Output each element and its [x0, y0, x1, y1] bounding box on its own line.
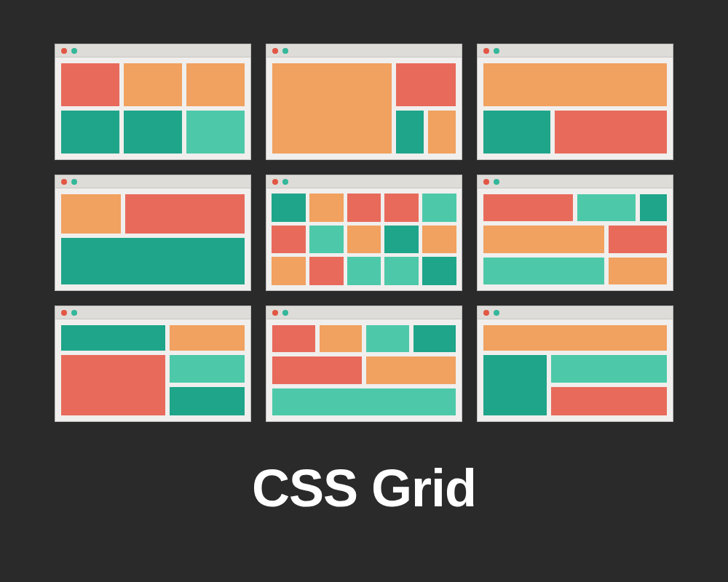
grid-block: [61, 111, 119, 154]
grid-block: [483, 325, 667, 351]
grid-block: [125, 194, 245, 234]
grid-block: [272, 194, 306, 222]
grid-block: [483, 355, 547, 415]
grid-block: [609, 258, 667, 284]
zoom-dot-icon: [494, 310, 499, 316]
close-dot-icon: [61, 310, 67, 316]
grid-content: [478, 319, 673, 421]
grid-block: [422, 194, 456, 222]
window-titlebar: [478, 175, 673, 188]
grid-content: [266, 57, 462, 159]
window-titlebar: [478, 306, 673, 319]
grid-block: [366, 356, 456, 383]
grid-block: [366, 325, 409, 352]
grid-block: [609, 226, 667, 252]
grid-block: [186, 63, 245, 106]
grid-content: [478, 188, 673, 290]
close-dot-icon: [272, 179, 278, 185]
grid-block: [272, 257, 306, 285]
grid-block: [483, 226, 604, 252]
grid-content: [55, 319, 250, 421]
close-dot-icon: [272, 310, 278, 316]
window-titlebar: [266, 44, 462, 57]
layout-example-5: [266, 175, 462, 291]
zoom-dot-icon: [71, 179, 77, 185]
grid-block: [320, 325, 363, 352]
grid-content: [266, 188, 462, 290]
grid-content: [478, 57, 673, 159]
grid-block: [640, 194, 667, 221]
grid-block: [61, 355, 165, 415]
grid-block: [61, 325, 165, 351]
zoom-dot-icon: [71, 310, 77, 316]
layout-gallery: [55, 44, 673, 422]
grid-block: [272, 63, 392, 154]
grid-block: [384, 194, 419, 222]
layout-example-2: [266, 44, 462, 160]
grid-block: [414, 325, 456, 352]
grid-block: [309, 257, 344, 285]
layout-example-8: [266, 306, 462, 422]
grid-block: [186, 111, 245, 154]
grid-block: [347, 257, 381, 285]
grid-block: [61, 194, 121, 234]
grid-block-split: [396, 111, 456, 154]
grid-block: [170, 325, 245, 351]
grid-block: [555, 111, 667, 154]
grid-block: [396, 63, 456, 106]
grid-block: [309, 226, 344, 254]
grid-block: [170, 355, 245, 383]
grid-block: [272, 226, 306, 254]
grid-block: [396, 111, 424, 154]
grid-block: [61, 238, 245, 284]
grid-block: [347, 194, 381, 222]
grid-block: [384, 257, 419, 285]
layout-example-7: [55, 306, 251, 422]
zoom-dot-icon: [71, 48, 77, 54]
layout-example-4: [55, 175, 251, 291]
grid-block: [483, 63, 667, 106]
zoom-dot-icon: [282, 310, 288, 316]
close-dot-icon: [483, 310, 489, 316]
window-titlebar: [55, 44, 250, 57]
grid-block: [577, 194, 636, 221]
grid-block: [428, 111, 456, 154]
grid-block: [551, 387, 667, 415]
close-dot-icon: [272, 48, 278, 54]
grid-block: [272, 356, 362, 383]
grid-block: [170, 387, 245, 415]
window-titlebar: [266, 175, 462, 188]
grid-block: [272, 388, 456, 415]
grid-block: [422, 257, 456, 285]
window-titlebar: [478, 44, 673, 57]
layout-example-9: [477, 306, 673, 422]
window-titlebar: [55, 306, 250, 319]
close-dot-icon: [61, 179, 67, 185]
close-dot-icon: [483, 179, 489, 185]
grid-block: [422, 226, 456, 254]
zoom-dot-icon: [282, 48, 288, 54]
zoom-dot-icon: [282, 179, 288, 185]
grid-block: [309, 194, 344, 222]
window-titlebar: [266, 306, 462, 319]
grid-block: [483, 258, 604, 284]
window-titlebar: [55, 175, 250, 188]
grid-block: [384, 226, 419, 254]
layout-example-6: [477, 175, 673, 291]
grid-block: [124, 63, 182, 106]
close-dot-icon: [483, 48, 489, 54]
grid-content: [55, 188, 250, 290]
grid-block: [483, 111, 550, 154]
zoom-dot-icon: [494, 179, 499, 185]
grid-block: [124, 111, 182, 154]
layout-example-1: [55, 44, 251, 160]
grid-block: [347, 226, 381, 254]
close-dot-icon: [61, 48, 67, 54]
grid-content: [55, 57, 250, 159]
grid-block: [272, 325, 315, 352]
grid-block: [483, 194, 573, 221]
zoom-dot-icon: [494, 48, 499, 54]
page-title: CSS Grid: [252, 458, 476, 518]
grid-block: [551, 355, 667, 383]
grid-block: [61, 63, 119, 106]
